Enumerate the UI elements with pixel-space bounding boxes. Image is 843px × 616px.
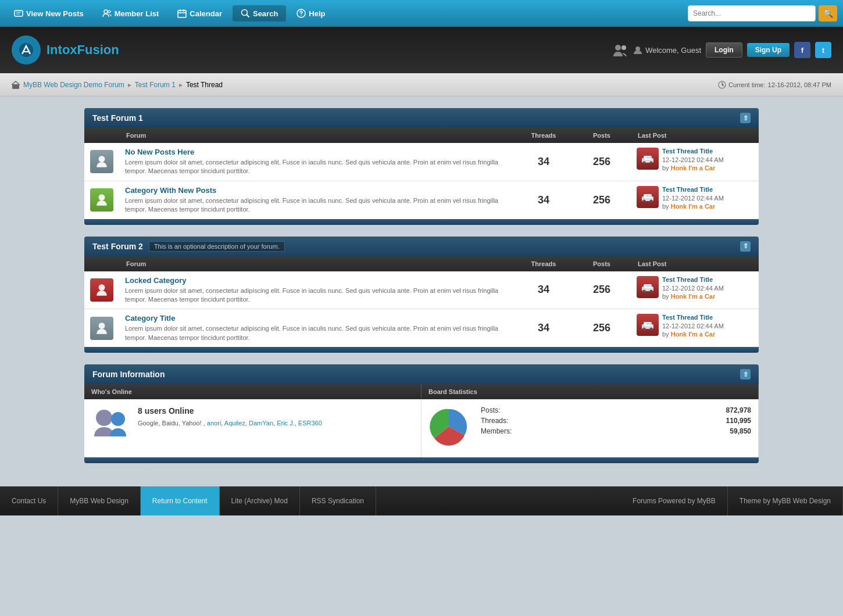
svg-point-46 [111, 412, 125, 426]
search-area: 🔍 [688, 5, 837, 22]
last-post-author[interactable]: Honk I'm a Car [671, 203, 716, 210]
footer-links: Contact Us MyBB Web Design Return to Con… [0, 486, 843, 515]
last-post-author[interactable]: Honk I'm a Car [671, 331, 716, 338]
forum-info-cell: Category Title Lorem ipsum dolor sit ame… [119, 309, 515, 347]
page-footer: Contact Us MyBB Web Design Return to Con… [0, 486, 843, 515]
nav-search[interactable]: Search [233, 5, 286, 22]
user-icon [633, 45, 642, 55]
facebook-button[interactable]: f [794, 42, 810, 58]
online-user-link[interactable]: DamYan [249, 420, 273, 427]
last-post-title[interactable]: Test Thread Title [662, 314, 724, 321]
forum-category-name[interactable]: Category Title [125, 314, 509, 323]
breadcrumb-home[interactable]: MyBB Web Design Demo Forum [23, 81, 124, 89]
online-user-link[interactable]: anori [207, 420, 221, 427]
forum-icon-no-new [90, 150, 113, 173]
svg-rect-19 [646, 156, 649, 159]
forum-table-header: Forum Threads Posts Last Post [84, 128, 759, 143]
forum-category-desc: Lorem ipsum dolor sit amet, consectetur … [125, 196, 509, 214]
online-list: Google, Baidu, Yahoo! , anori, Aquilez, … [138, 418, 322, 429]
forum-icon-locked [90, 278, 113, 302]
last-post-title[interactable]: Test Thread Title [662, 148, 724, 155]
svg-rect-36 [649, 285, 652, 287]
svg-point-9 [621, 45, 626, 50]
last-post-by: by Honk I'm a Car [662, 293, 724, 300]
svg-rect-18 [642, 159, 645, 160]
forum-category-desc: Lorem ipsum dolor sit amet, consectetur … [125, 286, 509, 305]
svg-rect-44 [649, 323, 652, 325]
footer-contact-us[interactable]: Contact Us [0, 486, 58, 515]
last-post-by: by Honk I'm a Car [662, 331, 724, 338]
last-post-date: 12-12-2012 02:44 AM [662, 156, 724, 163]
svg-rect-27 [646, 195, 649, 197]
col-threads: Threads [515, 128, 573, 143]
col-icon [84, 256, 119, 271]
last-post-author[interactable]: Honk I'm a Car [671, 293, 716, 300]
posts-count: 256 [573, 271, 631, 309]
last-post-author[interactable]: Honk I'm a Car [671, 164, 716, 171]
last-post-date: 12-12-2012 02:44 AM [662, 323, 724, 330]
stats-grid: Posts: 872,978 Threads: 110,995 Members:… [481, 406, 751, 435]
forum-title-1: Test Forum 1 [92, 113, 143, 123]
last-post-date: 12-12-2012 02:44 AM [662, 195, 724, 202]
col-threads: Threads [515, 256, 573, 271]
signup-button[interactable]: Sign Up [747, 43, 790, 57]
svg-point-8 [615, 45, 621, 51]
forum-section-2: Test Forum 2 This is an optional descrip… [84, 237, 759, 353]
svg-point-10 [635, 46, 640, 51]
footer-rss[interactable]: RSS Syndication [300, 486, 376, 515]
nav-calendar[interactable]: Calendar [169, 5, 230, 22]
search-input[interactable] [688, 5, 816, 22]
last-post-avatar [637, 148, 659, 170]
forum-table-2: Forum Threads Posts Last Post Locked Cat… [84, 256, 759, 348]
nav-help[interactable]: Help [288, 5, 333, 22]
search-button[interactable]: 🔍 [819, 5, 837, 22]
last-post-title[interactable]: Test Thread Title [662, 186, 724, 193]
breadcrumb-forum1[interactable]: Test Forum 1 [135, 81, 176, 89]
online-user-link[interactable]: Aquilez [224, 420, 245, 427]
svg-rect-11 [12, 84, 19, 89]
users-icon [612, 42, 628, 58]
forum-header-1: Test Forum 1 ⇧ [84, 108, 759, 128]
footer-theme-by[interactable]: Theme by MyBB Web Design [728, 486, 843, 515]
board-stats-cell: Posts: 872,978 Threads: 110,995 Members:… [422, 399, 759, 457]
forum-header-icon-1: ⇧ [740, 113, 751, 123]
last-post-title[interactable]: Test Thread Title [662, 276, 724, 283]
breadcrumb: MyBB Web Design Demo Forum ▸ Test Forum … [12, 81, 223, 89]
svg-point-45 [96, 410, 112, 426]
nav-member-list[interactable]: Member List [94, 5, 167, 22]
forum-category-name[interactable]: No New Posts Here [125, 148, 509, 156]
info-content-row: 8 users Online Google, Baidu, Yahoo! , a… [84, 399, 759, 457]
last-post-avatar [637, 276, 659, 298]
svg-rect-20 [649, 156, 652, 159]
posts-count: 256 [573, 143, 631, 181]
footer-return-to-content[interactable]: Return to Content [141, 486, 220, 515]
stat-members: Members: 59,850 [481, 427, 751, 435]
current-time: Current time: 12-16-2012, 08:47 PM [718, 81, 831, 89]
col-posts: Posts [573, 128, 631, 143]
online-user-link[interactable]: Eric J. [277, 420, 295, 427]
nav-view-new-posts[interactable]: View New Posts [6, 5, 92, 22]
twitter-button[interactable]: t [815, 42, 831, 58]
forum-category-name[interactable]: Category With New Posts [125, 186, 509, 195]
online-users-image [91, 406, 132, 443]
forum-icon-normal [90, 317, 113, 340]
last-post-cell: Test Thread Title 12-12-2012 02:44 AM by… [631, 143, 759, 181]
footer-lite-archive[interactable]: Lite (Archive) Mod [220, 486, 300, 515]
col-last-post: Last Post [631, 256, 759, 271]
online-user-link[interactable]: ESR360 [298, 420, 322, 427]
forum-section-footer-1 [84, 219, 759, 225]
logo-text: IntoxFusion [47, 42, 119, 58]
breadcrumb-bar: MyBB Web Design Demo Forum ▸ Test Forum … [0, 73, 843, 96]
forum-header-desc: This is an optional description of your … [149, 241, 285, 252]
login-button[interactable]: Login [706, 42, 742, 58]
forum-info-cell: Locked Category Lorem ipsum dolor sit am… [119, 271, 515, 309]
svg-point-21 [99, 194, 105, 200]
forum-header-2: Test Forum 2 This is an optional descrip… [84, 237, 759, 256]
whos-online-cell: 8 users Online Google, Baidu, Yahoo! , a… [84, 399, 422, 457]
footer-mybb-web-design[interactable]: MyBB Web Design [58, 486, 140, 515]
forum-icon-cell [84, 143, 119, 181]
forum-category-name[interactable]: Locked Category [125, 276, 509, 285]
footer-forums-powered[interactable]: Forums Powered by MyBB [621, 486, 728, 515]
whos-online-header: Who's Online [84, 384, 422, 399]
last-post-by: by Honk I'm a Car [662, 164, 724, 171]
